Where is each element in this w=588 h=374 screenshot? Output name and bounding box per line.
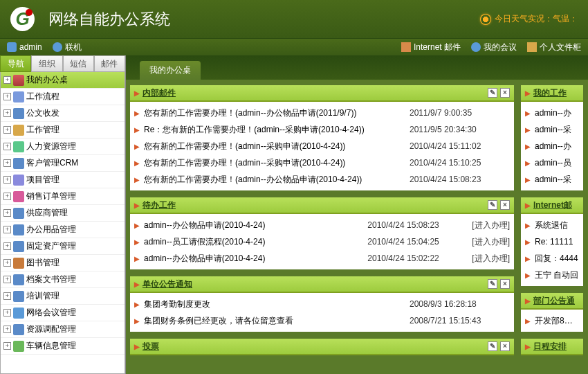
process-link[interactable]: [进入办理] <box>472 253 510 265</box>
nav-item-5[interactable]: +客户管理CRM <box>1 155 125 172</box>
item-text[interactable]: 您有新的工作需要办理！(admin--采购申请(2010-4-24)) <box>144 157 405 169</box>
nav-item-7[interactable]: +销售订单管理 <box>1 188 125 205</box>
nav-item-6[interactable]: +项目管理 <box>1 172 125 188</box>
item-text[interactable]: admin--采 <box>535 124 579 136</box>
nav-item-12[interactable]: +档案文书管理 <box>1 271 125 288</box>
nav-item-14[interactable]: +网络会议管理 <box>1 305 125 321</box>
tab-my-desktop[interactable]: 我的办公桌 <box>140 61 201 80</box>
item-text[interactable]: admin--员工请假流程(2010-4-24) <box>144 236 363 248</box>
my-meeting[interactable]: 我的会议 <box>471 42 517 53</box>
nav-item-4[interactable]: +人力资源管理 <box>1 139 125 155</box>
item-date: 2010/4/24 15:10:25 <box>410 158 510 168</box>
triangle-icon: ▶ <box>525 202 531 209</box>
nav-item-15[interactable]: +资源调配管理 <box>1 321 125 338</box>
nav-item-11[interactable]: +图书管理 <box>1 255 125 271</box>
nav-item-0[interactable]: +我的办公桌 <box>1 72 125 89</box>
item-text[interactable]: 集团财务条例已经更改，请各位留意查看 <box>144 315 405 327</box>
close-icon[interactable]: × <box>500 200 510 210</box>
expand-icon[interactable]: + <box>3 126 11 134</box>
item-text[interactable]: 集团考勤制度更改 <box>144 299 405 310</box>
bullet-icon: ▶ <box>525 176 531 184</box>
nav-label: 客户管理CRM <box>26 157 78 169</box>
list-item: ▶admin--办公物品申请(2010-4-24)2010/4/24 15:02… <box>134 250 510 267</box>
panel-title[interactable]: 待办工作 <box>143 199 176 211</box>
list-item: ▶admin--办 <box>525 138 579 154</box>
edit-icon[interactable]: ✎ <box>488 200 497 210</box>
nav-item-2[interactable]: +公文收发 <box>1 105 125 122</box>
sidebar-tab-0[interactable]: 导航 <box>0 55 31 72</box>
expand-icon[interactable]: + <box>3 326 11 333</box>
edit-icon[interactable]: ✎ <box>488 279 497 289</box>
expand-icon[interactable]: + <box>3 176 11 184</box>
item-text[interactable]: admin--办公物品申请(2010-4-24) <box>144 253 363 265</box>
sidebar-tab-1[interactable]: 组织 <box>31 55 62 72</box>
panel-todo: ▶待办工作✎× ▶admin--办公物品申请(2010-4-24)2010/4/… <box>130 197 514 269</box>
nav-item-16[interactable]: +车辆信息管理 <box>1 338 125 355</box>
expand-icon[interactable]: + <box>3 259 11 267</box>
item-text[interactable]: admin--办 <box>535 107 579 119</box>
item-date: 2011/9/5 20:34:30 <box>410 125 510 134</box>
expand-icon[interactable]: + <box>3 159 11 167</box>
admin-user[interactable]: admin <box>7 42 42 52</box>
personal-cabinet[interactable]: 个人文件柜 <box>527 42 581 53</box>
online-status[interactable]: 联机 <box>53 42 82 53</box>
expand-icon[interactable]: + <box>3 193 11 200</box>
nav-item-3[interactable]: +工作管理 <box>1 122 125 139</box>
item-text[interactable]: admin--办 <box>535 141 579 152</box>
item-text[interactable]: 您有新的工作需要办理！(admin--采购申请(2010-4-24)) <box>144 141 405 152</box>
nav-item-8[interactable]: +供应商管理 <box>1 205 125 222</box>
item-text[interactable]: 开发部8月份 <box>535 315 579 327</box>
bullet-icon: ▶ <box>525 255 531 262</box>
nav-item-13[interactable]: +培训管理 <box>1 288 125 305</box>
toolbar: admin联机 Internet 邮件我的会议个人文件柜 <box>0 38 588 55</box>
nav-item-10[interactable]: +固定资产管理 <box>1 238 125 255</box>
expand-icon[interactable]: + <box>3 109 11 117</box>
close-icon[interactable]: × <box>500 279 510 289</box>
panel-deptnotice: ▶部门公告通 ▶开发部8月份 <box>521 293 583 332</box>
expand-icon[interactable]: + <box>3 309 11 317</box>
expand-icon[interactable]: + <box>3 242 11 250</box>
item-text[interactable]: admin--办公物品申请(2010-4-24) <box>144 220 363 231</box>
close-icon[interactable]: × <box>500 341 510 351</box>
sidebar-tab-3[interactable]: 邮件 <box>94 55 125 72</box>
expand-icon[interactable]: + <box>3 342 11 350</box>
expand-icon[interactable]: + <box>3 292 11 300</box>
panel-title[interactable]: 日程安排 <box>533 341 567 353</box>
process-link[interactable]: [进入办理] <box>472 220 510 231</box>
item-text[interactable]: 您有新的工作需要办理！(admin--办公物品申请(2010-4-24)) <box>144 174 405 186</box>
nav-item-9[interactable]: +办公用品管理 <box>1 222 125 238</box>
panel-title[interactable]: 投票 <box>143 341 159 353</box>
item-text[interactable]: admin--采 <box>535 174 579 186</box>
edit-icon[interactable]: ✎ <box>488 341 497 351</box>
personal-cabinet-icon <box>527 42 537 52</box>
edit-icon[interactable]: ✎ <box>488 88 497 98</box>
close-icon[interactable]: × <box>500 88 510 98</box>
item-text[interactable]: 回复：4444 <box>535 253 579 265</box>
item-text[interactable]: Re: 11111 <box>535 237 579 247</box>
sidebar: 导航组织短信邮件 +我的办公桌+工作流程+公文收发+工作管理+人力资源管理+客户… <box>0 55 126 374</box>
panel-title[interactable]: 单位公告通知 <box>143 278 192 290</box>
panel-title[interactable]: 我的工作 <box>533 87 567 99</box>
panel-title[interactable]: 部门公告通 <box>533 295 575 307</box>
nav-label: 网络会议管理 <box>26 307 76 319</box>
bullet-icon: ▶ <box>525 126 531 134</box>
item-text[interactable]: 王宁 自动回 <box>535 269 579 281</box>
item-text[interactable]: admin--员 <box>535 157 579 169</box>
internet-mail[interactable]: Internet 邮件 <box>401 42 461 53</box>
item-text[interactable]: 您有新的工作需要办理！(admin--办公物品申请(2011/9/7)) <box>144 107 405 119</box>
sidebar-tab-2[interactable]: 短信 <box>63 55 94 72</box>
panel-title[interactable]: Internet邮 <box>533 199 572 211</box>
expand-icon[interactable]: + <box>3 209 11 217</box>
expand-icon[interactable]: + <box>3 76 11 84</box>
process-link[interactable]: [进入办理] <box>472 236 510 248</box>
expand-icon[interactable]: + <box>3 93 11 100</box>
panel-title[interactable]: 内部邮件 <box>143 87 176 99</box>
list-item: ▶回复：4444 <box>525 250 579 267</box>
expand-icon[interactable]: + <box>3 276 11 283</box>
expand-icon[interactable]: + <box>3 143 11 150</box>
nav-label: 工作流程 <box>26 91 59 103</box>
nav-item-1[interactable]: +工作流程 <box>1 89 125 105</box>
item-text[interactable]: Re：您有新的工作需要办理！(admin--采购申请(2010-4-24)) <box>144 124 405 136</box>
item-text[interactable]: 系统退信 <box>535 220 579 231</box>
expand-icon[interactable]: + <box>3 226 11 233</box>
